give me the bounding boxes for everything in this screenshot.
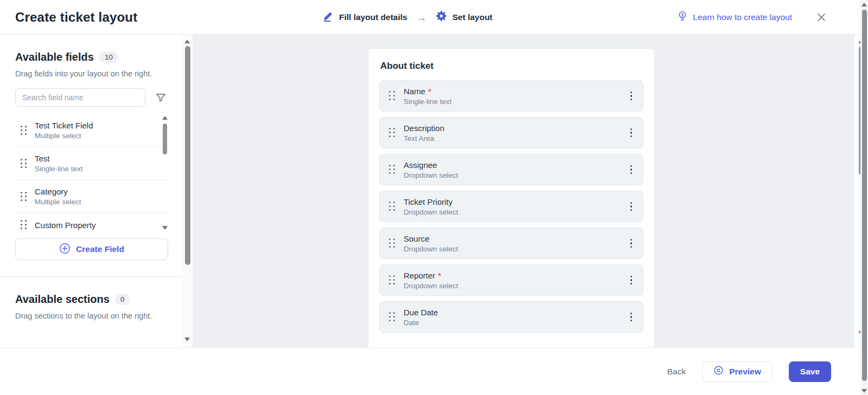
field-type: Text Area (404, 134, 620, 143)
gear-icon (436, 10, 447, 24)
available-field-item[interactable]: Custom Property (15, 212, 169, 233)
about-ticket-card: About ticket Name* Single-line text Desc… (368, 48, 655, 347)
card-title: About ticket (380, 61, 643, 72)
scroll-up-icon[interactable] (162, 116, 168, 120)
close-icon[interactable] (816, 12, 827, 23)
sidebar-scrollbar (182, 35, 193, 347)
drag-handle-icon[interactable] (21, 159, 27, 169)
wizard-stepper: Fill layout details → (322, 10, 493, 24)
save-button[interactable]: Save (789, 361, 831, 382)
field-row-text: Assignee Dropdown select (404, 160, 620, 179)
field-name: Assignee (404, 160, 620, 170)
scrollbar-thumb[interactable] (185, 46, 190, 265)
available-sections-header: Available sections 0 (15, 293, 168, 306)
layout-field-row[interactable]: Source Dropdown select (379, 228, 643, 259)
scrollbar-thumb[interactable] (163, 124, 167, 154)
field-name: Source (404, 234, 620, 243)
available-fields-title: Available fields (15, 51, 94, 63)
scrollbar-thumb[interactable] (862, 10, 867, 381)
field-item-text: Test Single-line text (35, 154, 83, 173)
pen-icon (322, 10, 334, 24)
layout-field-row[interactable]: Reporter* Dropdown select (379, 264, 643, 296)
learn-how-label: Learn how to create layout (693, 12, 792, 22)
field-name: Ticket Priority (404, 197, 620, 206)
drag-handle-icon[interactable] (389, 202, 395, 211)
field-row-text: Source Dropdown select (404, 234, 620, 253)
step-fill-layout-details[interactable]: Fill layout details (322, 10, 407, 24)
field-name: Test (35, 154, 83, 163)
available-sections-count-badge: 0 (115, 294, 130, 305)
step-label: Set layout (452, 12, 493, 22)
available-field-item[interactable]: Test Ticket Field Multiple select (15, 114, 169, 146)
field-name: Custom Property (35, 221, 96, 230)
available-field-item[interactable]: Category Multiple select (15, 179, 169, 212)
preview-button[interactable]: Preview (702, 361, 773, 382)
lightbulb-icon (677, 10, 688, 24)
plus-circle-icon (59, 243, 71, 256)
back-button[interactable]: Back (667, 367, 686, 377)
drag-handle-icon[interactable] (389, 91, 395, 101)
scroll-up-icon[interactable] (861, 3, 867, 7)
field-item-text: Custom Property (35, 221, 96, 230)
drag-handle-icon[interactable] (389, 312, 395, 322)
arrow-right-icon: → (415, 12, 428, 23)
main-area: Available fields 10 Drag fields into you… (0, 35, 868, 347)
field-name: Description (404, 124, 620, 133)
scroll-down-icon[interactable] (861, 389, 867, 393)
field-item-text: Test Ticket Field Multiple select (35, 121, 93, 140)
layout-field-row[interactable]: Assignee Dropdown select (379, 154, 643, 185)
kebab-menu-icon[interactable] (628, 236, 634, 251)
field-list-scrollbar (162, 114, 168, 233)
available-fields-list: Test Ticket Field Multiple select Test S… (15, 114, 169, 233)
create-ticket-layout-page: Create ticket layout Fill layout details… (0, 0, 868, 395)
required-marker: * (428, 87, 431, 96)
layout-field-row[interactable]: Due Date Date (379, 301, 643, 333)
preview-label: Preview (729, 367, 761, 377)
sidebar-divider (0, 276, 182, 277)
scroll-down-icon[interactable] (162, 226, 168, 230)
page-title: Create ticket layout (15, 10, 137, 25)
scroll-down-icon[interactable] (184, 338, 190, 341)
kebab-menu-icon[interactable] (628, 125, 634, 140)
scroll-up-icon[interactable] (184, 40, 190, 43)
create-field-button[interactable]: Create Field (15, 238, 168, 260)
drag-handle-icon[interactable] (389, 128, 395, 138)
kebab-menu-icon[interactable] (628, 309, 634, 325)
field-type: Dropdown select (404, 208, 620, 216)
kebab-menu-icon[interactable] (628, 88, 634, 103)
field-name: Category (35, 187, 81, 196)
filter-icon[interactable] (155, 92, 167, 103)
kebab-menu-icon[interactable] (628, 273, 634, 288)
drag-handle-icon[interactable] (21, 220, 27, 230)
field-type: Dropdown select (404, 171, 620, 179)
step-set-layout[interactable]: Set layout (436, 10, 493, 24)
drag-handle-icon[interactable] (389, 165, 395, 174)
drag-handle-icon[interactable] (21, 126, 27, 135)
top-bar-right: Learn how to create layout (677, 10, 827, 24)
required-marker: * (438, 271, 441, 280)
field-type: Dropdown select (404, 245, 620, 253)
available-field-item[interactable]: Test Single-line text (15, 146, 169, 179)
drag-handle-icon[interactable] (21, 192, 27, 202)
field-name: Test Ticket Field (35, 121, 93, 130)
create-field-label: Create Field (76, 244, 124, 254)
layout-field-row[interactable]: Ticket Priority Dropdown select (379, 191, 643, 222)
top-bar: Create ticket layout Fill layout details… (0, 0, 868, 35)
field-row-text: Ticket Priority Dropdown select (404, 197, 620, 216)
drag-handle-icon[interactable] (389, 275, 395, 285)
field-row-text: Reporter* Dropdown select (404, 271, 620, 290)
layout-field-row[interactable]: Name* Single-line text (379, 80, 643, 112)
learn-how-link[interactable]: Learn how to create layout (677, 10, 792, 24)
available-fields-header: Available fields 10 (15, 51, 168, 63)
field-row-text: Due Date Date (404, 308, 620, 327)
field-name: Due Date (404, 308, 620, 317)
kebab-menu-icon[interactable] (628, 162, 634, 177)
layout-canvas: About ticket Name* Single-line text Desc… (193, 35, 854, 347)
drag-handle-icon[interactable] (389, 238, 395, 248)
search-field-input[interactable] (15, 88, 145, 107)
field-type: Multiple select (35, 132, 93, 140)
layout-field-row[interactable]: Description Text Area (379, 117, 643, 148)
field-type: Multiple select (35, 198, 81, 206)
kebab-menu-icon[interactable] (628, 199, 634, 214)
field-type: Date (404, 319, 620, 327)
